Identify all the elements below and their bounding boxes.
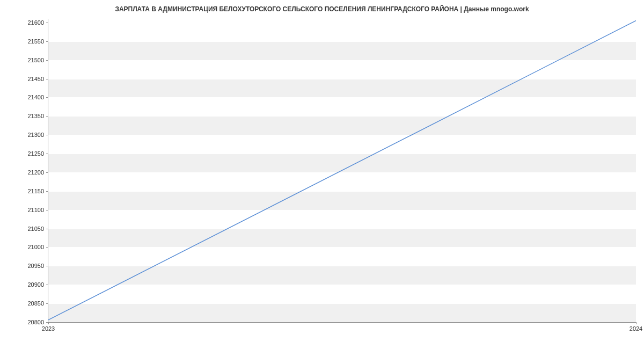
chart-title: ЗАРПЛАТА В АДМИНИСТРАЦИЯ БЕЛОХУТОРСКОГО …	[0, 0, 644, 13]
grid-line	[48, 154, 636, 154]
grid-band	[48, 229, 636, 248]
y-tick-label: 21050	[27, 226, 44, 232]
grid-line	[48, 229, 636, 229]
x-axis-line	[48, 322, 636, 323]
grid-band	[48, 41, 636, 60]
y-tick-label: 21500	[27, 57, 44, 63]
grid-line	[48, 60, 636, 61]
grid-line	[48, 41, 636, 42]
grid-line	[48, 135, 636, 135]
grid-band	[48, 116, 636, 135]
x-tick-mark	[636, 322, 636, 324]
y-tick-label: 21400	[27, 94, 44, 100]
chart-plot-area: 2080020850209002095021000210502110021150…	[48, 19, 636, 322]
y-tick-label: 21150	[27, 188, 44, 194]
grid-line	[48, 247, 636, 248]
y-tick-label: 21000	[27, 244, 44, 250]
grid-band	[48, 266, 636, 285]
plot-background: 2080020850209002095021000210502110021150…	[48, 19, 636, 322]
grid-line	[48, 79, 636, 79]
y-tick-label: 21600	[27, 19, 44, 26]
grid-line	[48, 172, 636, 173]
y-tick-label: 21200	[27, 169, 44, 176]
y-axis-line	[48, 19, 48, 322]
grid-line	[48, 23, 636, 23]
y-tick-label: 20800	[27, 319, 44, 325]
grid-band	[48, 191, 636, 210]
grid-line	[48, 97, 636, 98]
y-tick-label: 21450	[27, 76, 44, 82]
grid-line	[48, 285, 636, 285]
y-tick-label: 21300	[27, 132, 44, 138]
grid-line	[48, 266, 636, 266]
grid-line	[48, 116, 636, 117]
x-tick-label: 2023	[42, 325, 55, 332]
y-tick-label: 21100	[27, 207, 44, 213]
grid-line	[48, 191, 636, 192]
x-tick-label: 2024	[630, 325, 642, 332]
grid-line	[48, 210, 636, 210]
y-tick-label: 20900	[27, 281, 44, 288]
y-tick-label: 20850	[27, 300, 44, 307]
y-tick-label: 21350	[27, 113, 44, 119]
grid-band	[48, 154, 636, 172]
grid-band	[48, 79, 636, 98]
grid-line	[48, 303, 636, 304]
y-tick-label: 20950	[27, 263, 44, 269]
y-tick-label: 21550	[27, 38, 44, 45]
grid-band	[48, 303, 636, 322]
y-tick-label: 21250	[27, 150, 44, 157]
